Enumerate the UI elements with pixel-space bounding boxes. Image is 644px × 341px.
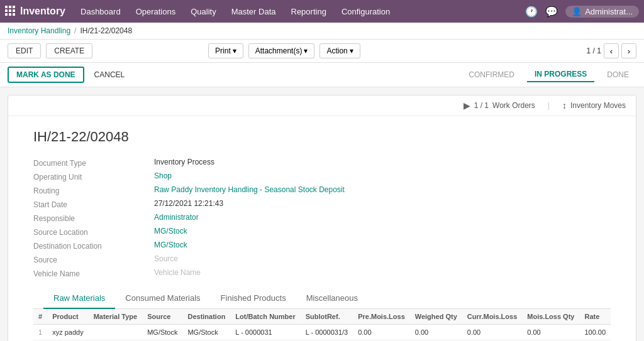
- svg-rect-2: [13, 6, 15, 8]
- svg-rect-7: [9, 13, 11, 16]
- app-grid-icon[interactable]: [5, 6, 15, 18]
- inventory-moves-icon: ↕: [562, 100, 567, 111]
- work-orders-divider: |: [548, 101, 550, 110]
- notification-icon[interactable]: 🕐: [525, 6, 538, 18]
- row-pre-mois-loss: 0.00: [353, 325, 410, 340]
- start-date-value: 27/12/2021 12:21:43: [154, 199, 611, 209]
- admin-label: Administrat...: [585, 7, 633, 16]
- cancel-button[interactable]: CANCEL: [89, 68, 130, 82]
- row-rate: 100.00: [579, 325, 611, 340]
- svg-rect-6: [5, 13, 8, 16]
- svg-rect-3: [5, 9, 8, 12]
- row-sublot-ref: L - 0000031/3: [301, 325, 353, 340]
- tabs-bar: Raw Materials Consumed Materials Finishe…: [33, 288, 611, 309]
- nav-master-data[interactable]: Master Data: [229, 6, 279, 18]
- form-section: IH/21-22/02048 Document Type Inventory P…: [8, 116, 636, 341]
- table-body: 1 xyz paddy MG/Stock MG/Stock L - 000003…: [33, 325, 611, 340]
- form-title: IH/21-22/02048: [33, 129, 611, 145]
- col-curr-mois-loss: Curr.Mois.Loss: [462, 309, 522, 325]
- col-material-type: Material Type: [89, 309, 143, 325]
- inventory-moves-label: Inventory Moves: [570, 101, 626, 110]
- tab-miscellaneous[interactable]: Miscellaneous: [296, 288, 368, 309]
- status-in-progress[interactable]: IN PROGRESS: [527, 67, 594, 82]
- main-toolbar: EDIT CREATE Print ▾ Attachment(s) ▾ Acti…: [0, 40, 644, 63]
- attachments-dropdown-icon: ▾: [304, 46, 308, 55]
- create-button[interactable]: CREATE: [46, 43, 92, 58]
- responsible-label: Responsible: [33, 213, 147, 223]
- status-confirmed[interactable]: CONFIRMED: [461, 68, 522, 82]
- tab-finished-products[interactable]: Finished Products: [211, 288, 296, 309]
- nav-dashboard[interactable]: Dashboard: [78, 6, 123, 18]
- breadcrumb-parent[interactable]: Inventory Handling: [8, 26, 70, 35]
- svg-rect-1: [9, 6, 11, 8]
- work-orders-link[interactable]: ▶ 1 / 1 Work Orders: [464, 100, 535, 111]
- start-date-label: Start Date: [33, 199, 147, 209]
- vehicle-name-label: Vehicle Name: [33, 268, 147, 278]
- destination-location-value[interactable]: MG/Stock: [154, 241, 611, 251]
- col-source: Source: [142, 309, 182, 325]
- prev-record-button[interactable]: ‹: [604, 43, 619, 58]
- operating-unit-value[interactable]: Shop: [154, 171, 611, 181]
- col-pre-mois-loss: Pre.Mois.Loss: [353, 309, 410, 325]
- table-row[interactable]: 1 xyz paddy MG/Stock MG/Stock L - 000003…: [33, 325, 611, 340]
- table-header: # Product Material Type Source Destinati…: [33, 309, 611, 325]
- work-orders-bar: ▶ 1 / 1 Work Orders | ↕ Inventory Moves: [8, 95, 636, 116]
- destination-location-label: Destination Location: [33, 241, 147, 251]
- breadcrumb-current: IH/21-22/02048: [80, 26, 132, 35]
- nav-operations[interactable]: Operations: [133, 6, 179, 18]
- work-orders-count: 1 / 1: [474, 101, 489, 110]
- admin-avatar-icon: 👤: [572, 7, 582, 16]
- source-label: Source: [33, 254, 147, 264]
- mark-as-done-button[interactable]: MARK AS DONE: [8, 67, 84, 83]
- document-type-value: Inventory Process: [154, 158, 611, 168]
- row-mois-loss-qty: 0.00: [522, 325, 579, 340]
- vehicle-name-placeholder[interactable]: Vehicle Name: [154, 268, 611, 278]
- source-location-value[interactable]: MG/Stock: [154, 227, 611, 237]
- print-button[interactable]: Print ▾: [208, 43, 243, 58]
- app-title: Inventory: [20, 6, 65, 17]
- inventory-moves-link[interactable]: ↕ Inventory Moves: [562, 100, 626, 111]
- chat-icon[interactable]: 💬: [545, 6, 558, 18]
- action-dropdown-icon: ▾: [350, 46, 353, 55]
- routing-value[interactable]: Raw Paddy Inventory Handling - Seasonal …: [154, 185, 611, 195]
- nav-configuration[interactable]: Configuration: [339, 6, 392, 18]
- col-mois-loss-qty: Mois.Loss Qty: [522, 309, 579, 325]
- toolbar-center-actions: Print ▾ Attachment(s) ▾ Action ▾: [208, 43, 360, 58]
- row-source: MG/Stock: [142, 325, 182, 340]
- print-dropdown-icon: ▾: [233, 46, 236, 55]
- status-bar: CONFIRMED IN PROGRESS DONE: [461, 67, 636, 82]
- tab-consumed-materials[interactable]: Consumed Materials: [115, 288, 210, 309]
- nav-links: Dashboard Operations Quality Master Data…: [78, 6, 392, 18]
- attachments-button[interactable]: Attachment(s) ▾: [248, 43, 315, 58]
- nav-reporting[interactable]: Reporting: [289, 6, 329, 18]
- status-done[interactable]: DONE: [599, 68, 636, 82]
- pagination-label: 1 / 1: [587, 46, 601, 55]
- col-num: #: [33, 309, 47, 325]
- tab-raw-materials[interactable]: Raw Materials: [43, 288, 115, 309]
- col-destination: Destination: [182, 309, 230, 325]
- source-placeholder[interactable]: Source: [154, 254, 611, 264]
- nav-quality[interactable]: Quality: [188, 6, 218, 18]
- col-lot-batch: Lot/Batch Number: [230, 309, 300, 325]
- action-button[interactable]: Action ▾: [319, 43, 360, 58]
- edit-button[interactable]: EDIT: [8, 43, 41, 58]
- svg-rect-0: [5, 6, 8, 8]
- responsible-value[interactable]: Administrator: [154, 213, 611, 223]
- row-product: xyz paddy: [47, 325, 89, 340]
- row-weighed-qty: 0.00: [410, 325, 462, 340]
- content-card: ▶ 1 / 1 Work Orders | ↕ Inventory Moves …: [8, 95, 636, 341]
- row-destination: MG/Stock: [182, 325, 230, 340]
- col-sublot-ref: SublotRef.: [301, 309, 353, 325]
- admin-menu[interactable]: 👤 Administrat...: [565, 6, 639, 18]
- routing-label: Routing: [33, 185, 147, 195]
- main-content: ▶ 1 / 1 Work Orders | ↕ Inventory Moves …: [0, 87, 644, 341]
- col-weighed-qty: Weighed Qty: [410, 309, 462, 325]
- row-lot-batch: L - 0000031: [230, 325, 300, 340]
- play-icon: ▶: [464, 100, 470, 111]
- document-type-label: Document Type: [33, 158, 147, 168]
- row-curr-mois-loss: 0.00: [462, 325, 522, 340]
- next-record-button[interactable]: ›: [621, 43, 636, 58]
- right-icons: 🕐 💬 👤 Administrat...: [525, 6, 639, 18]
- action-toolbar: MARK AS DONE CANCEL CONFIRMED IN PROGRES…: [0, 63, 644, 87]
- svg-rect-5: [13, 9, 15, 12]
